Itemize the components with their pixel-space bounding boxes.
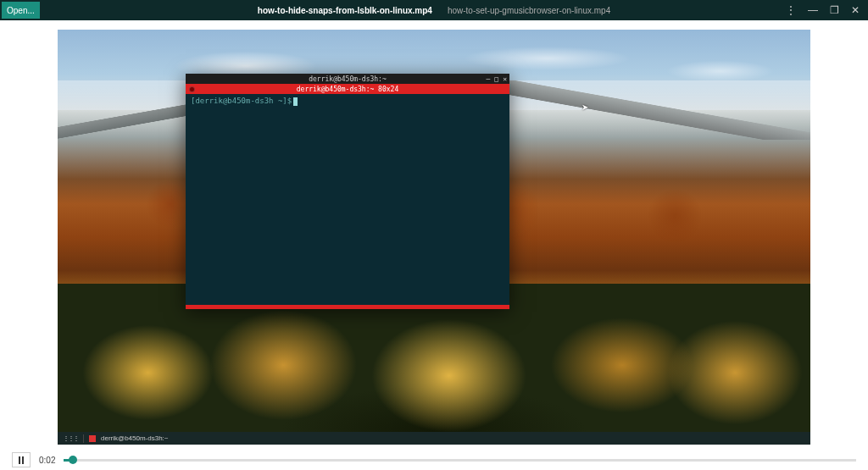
terminal-title: derrik@b450m-ds3h:~	[309, 75, 387, 83]
minimize-icon[interactable]: —	[808, 4, 818, 16]
terminal-cursor	[293, 97, 298, 106]
terminal-bottom-border	[186, 305, 509, 309]
video-area[interactable]: derrik@b450m-ds3h:~ — □ ✕ derrik@b450m-d…	[0, 20, 868, 450]
terminal-maximize-icon[interactable]: □	[494, 75, 498, 83]
video-frame: derrik@b450m-ds3h:~ — □ ✕ derrik@b450m-d…	[58, 30, 810, 445]
pause-icon	[19, 456, 20, 464]
open-button[interactable]: Open...	[2, 2, 40, 19]
terminal-body[interactable]: [derrik@b450m-ds3h ~]$	[186, 94, 509, 305]
terminal-tab-label[interactable]: derrik@b450m-ds3h:~ 80x24	[297, 86, 398, 93]
taskbar-divider	[83, 434, 84, 443]
desktop-taskbar: ⋮⋮⋮ derrik@b450m-ds3h:~	[58, 432, 810, 445]
terminal-prompt: [derrik@b450m-ds3h ~]$	[191, 97, 292, 105]
menu-icon[interactable]: ⋮	[786, 4, 796, 16]
taskbar-app-icon[interactable]	[89, 435, 96, 442]
seek-slider[interactable]	[64, 459, 856, 462]
terminal-minimize-icon[interactable]: —	[487, 75, 491, 83]
pause-icon	[22, 456, 24, 464]
player-controls: 0:02	[0, 450, 868, 470]
close-icon[interactable]: ✕	[851, 4, 860, 16]
terminal-titlebar: derrik@b450m-ds3h:~ — □ ✕	[186, 74, 509, 84]
terminal-tab-close-icon[interactable]	[189, 86, 195, 92]
elapsed-time: 0:02	[39, 456, 55, 465]
app-grid-icon[interactable]: ⋮⋮⋮	[63, 434, 78, 442]
terminal-close-icon[interactable]: ✕	[503, 75, 507, 83]
seek-thumb[interactable]	[69, 456, 77, 464]
tab-file-1[interactable]: how-to-hide-snaps-from-lsblk-on-linux.mp…	[258, 6, 432, 15]
pause-button[interactable]	[12, 452, 31, 467]
maximize-icon[interactable]: ❐	[830, 4, 839, 16]
terminal-window-controls: — □ ✕	[487, 75, 507, 83]
terminal-window: derrik@b450m-ds3h:~ — □ ✕ derrik@b450m-d…	[186, 74, 509, 309]
taskbar-app-label[interactable]: derrik@b450m-ds3h:~	[101, 434, 169, 442]
player-header: Open... how-to-hide-snaps-from-lsblk-on-…	[0, 0, 868, 20]
file-tabs: how-to-hide-snaps-from-lsblk-on-linux.mp…	[258, 6, 610, 15]
tab-file-2[interactable]: how-to-set-up-gmusicbrowser-on-linux.mp4	[448, 6, 610, 15]
terminal-tab-bar: derrik@b450m-ds3h:~ 80x24	[186, 84, 509, 94]
window-controls: ⋮ — ❐ ✕	[786, 4, 868, 16]
